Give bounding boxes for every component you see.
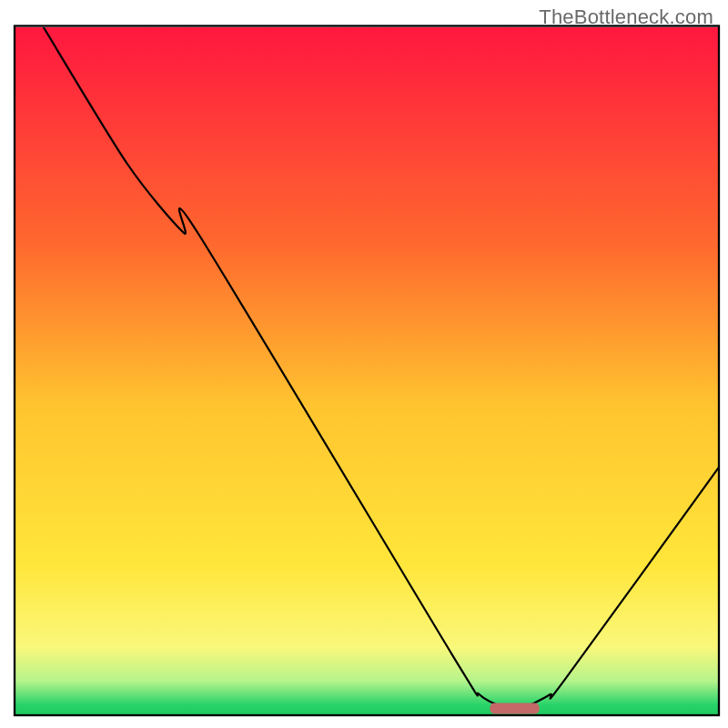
minimum-marker: [490, 703, 539, 713]
chart-svg: [0, 0, 728, 728]
watermark-text: TheBottleneck.com: [539, 5, 713, 29]
chart-container: TheBottleneck.com: [0, 0, 728, 728]
